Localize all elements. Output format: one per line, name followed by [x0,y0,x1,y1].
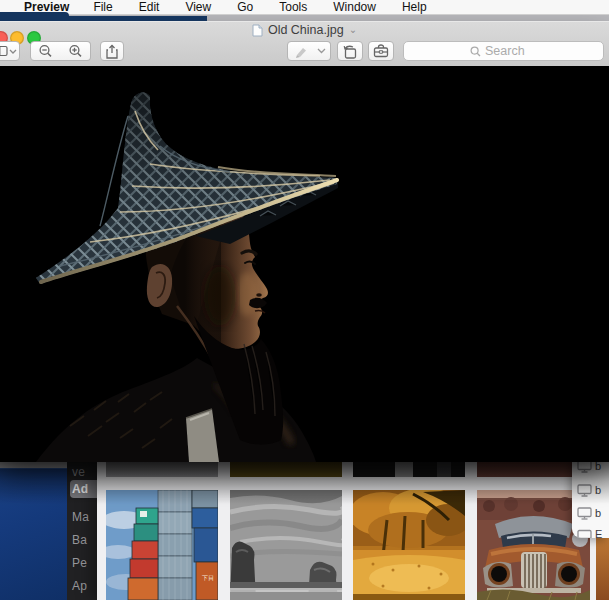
zoom-in-button[interactable] [60,41,91,61]
display-icon [577,507,592,520]
search-field[interactable] [403,41,604,61]
markup-menu-button[interactable] [313,41,331,61]
menu-edit[interactable]: Edit [139,0,160,14]
thumbnail-shipping-containers[interactable]: 下目 [106,490,218,600]
preview-window: Old China.jpg ⌄ [0,21,609,462]
shared-computers-panel[interactable]: b b b E [572,458,609,538]
markup-toolbox-button[interactable] [368,41,394,61]
search-icon [470,46,481,57]
menu-go[interactable]: Go [237,0,253,14]
toolbox-icon [373,44,389,58]
sidebar-item[interactable]: Pe [72,556,87,570]
desktop: ve Ad Ma Ba Pe Ap [0,0,609,600]
rotate-left-button[interactable] [337,41,363,61]
sidebar-item[interactable]: Ma [72,510,89,524]
display-icon [577,484,592,497]
shared-computer-row[interactable]: b [577,505,601,521]
menu-window[interactable]: Window [333,0,376,14]
thumbnail-row1-3[interactable] [353,462,465,477]
background-window-top-edge [0,16,207,21]
thumbnail-autumn-trees[interactable] [353,490,465,600]
window-title[interactable]: Old China.jpg [268,23,344,37]
shared-computer-row[interactable]: b [577,482,601,498]
title-chevron-icon[interactable]: ⌄ [349,24,357,35]
share-button[interactable] [100,41,124,61]
portrait-image [0,66,609,462]
menu-help[interactable]: Help [402,0,427,14]
thumbnail-sea-stacks-bw[interactable] [230,490,342,600]
computer-name: b [595,507,601,519]
flat-display-icon [577,528,592,539]
search-input[interactable] [485,44,537,58]
sidebar-item-selected[interactable]: Ad [72,482,88,496]
window-title-area: Old China.jpg ⌄ [0,22,609,38]
menu-view[interactable]: View [185,0,211,14]
titlebar-toolbar: Old China.jpg ⌄ [0,21,609,68]
shared-computer-row[interactable]: E [577,526,602,538]
view-options-button[interactable] [0,41,20,61]
zoom-in-icon [68,44,83,58]
rotate-left-icon [342,44,358,59]
photo-browser-window[interactable]: 下目 [97,462,609,600]
menu-tools[interactable]: Tools [279,0,307,14]
menu-bar: Preview File Edit View Go Tools Window H… [0,0,609,15]
computer-name: E [595,528,602,538]
computer-name: b [595,484,601,496]
background-blue-window[interactable] [0,468,67,600]
svg-text:下目: 下目 [202,574,214,582]
share-icon [106,44,118,59]
zoom-out-button[interactable] [30,41,61,61]
sidebar-item[interactable]: ve [72,465,85,479]
menu-file[interactable]: File [93,0,112,14]
thumbnail-row1-1[interactable] [106,462,218,477]
zoom-out-icon [38,44,53,58]
chevron-down-icon [317,48,326,54]
document-icon [252,24,263,37]
sidebar-view-icon [0,45,17,57]
photo-old-china [0,66,609,462]
sidebar-item[interactable]: Ap [72,579,87,593]
marker-pen-icon [294,45,308,58]
sidebar-item[interactable]: Ba [72,533,87,547]
markup-pen-button[interactable] [287,41,314,61]
thumbnail-row1-2[interactable] [230,462,342,477]
